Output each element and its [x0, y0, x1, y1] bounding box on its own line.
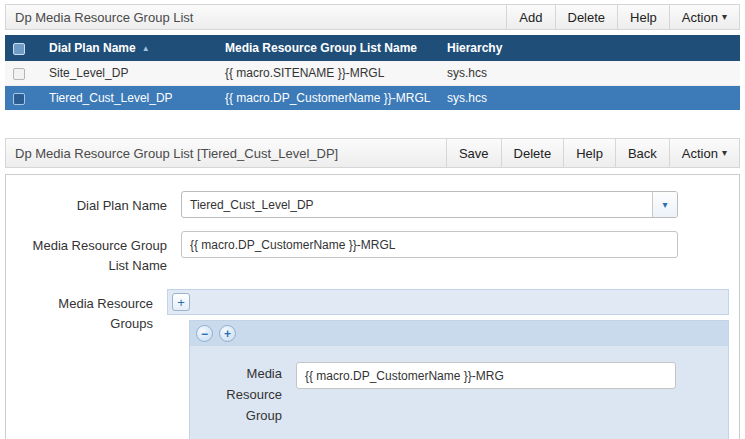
plus-icon: + — [224, 328, 231, 340]
cell-mrgl-name[interactable]: {{ macro.DP_CustomerName }}-MRGL — [217, 86, 439, 111]
dial-plan-table: Dial Plan Name ▲ Media Resource Group Li… — [5, 35, 740, 110]
mrg-groups-panel: + − + — [167, 289, 729, 439]
detail-form: Dial Plan Name Tiered_Cust_Level_DP ▾ Me… — [5, 174, 740, 439]
row-checkbox[interactable] — [13, 93, 25, 105]
plus-icon: + — [177, 296, 185, 309]
column-header-hierarchy[interactable]: Hierarchy — [439, 35, 740, 61]
column-header-dial-plan[interactable]: Dial Plan Name ▲ — [41, 35, 217, 61]
chevron-down-icon: ▾ — [662, 199, 667, 210]
cell-hierarchy[interactable]: sys.hcs — [439, 86, 740, 111]
detail-title: Dp Media Resource Group List [Tiered_Cus… — [6, 139, 446, 167]
remove-group-button[interactable]: − — [196, 325, 213, 342]
save-button[interactable]: Save — [446, 139, 501, 167]
chevron-down-icon: ▾ — [722, 148, 727, 158]
field-row-dial-plan: Dial Plan Name Tiered_Cust_Level_DP ▾ — [16, 191, 729, 218]
sort-ascending-icon: ▲ — [142, 44, 150, 53]
field-row-mrg-groups: Media Resource Groups + − — [16, 289, 729, 439]
mrg-item-header: − + — [190, 321, 728, 346]
list-toolbar: Dp Media Resource Group List Add Delete … — [5, 4, 740, 30]
mrgl-name-label: Media Resource Group List Name — [16, 231, 181, 276]
cell-hierarchy[interactable]: sys.hcs — [439, 61, 740, 86]
table-header-row: Dial Plan Name ▲ Media Resource Group Li… — [5, 35, 740, 61]
cell-dial-plan[interactable]: Tiered_Cust_Level_DP — [41, 86, 217, 111]
add-group-button[interactable]: + — [219, 325, 236, 342]
page: Dp Media Resource Group List Add Delete … — [0, 0, 745, 439]
dropdown-button[interactable]: ▾ — [652, 192, 677, 217]
mrg-label: Media Resource Group — [196, 362, 296, 426]
field-row-mrgl-name: Media Resource Group List Name — [16, 231, 729, 276]
delete-button[interactable]: Delete — [501, 139, 564, 167]
action-menu-button[interactable]: Action ▾ — [669, 139, 739, 167]
detail-toolbar-buttons: Save Delete Help Back Action ▾ — [446, 139, 739, 167]
row-checkbox[interactable] — [13, 68, 25, 80]
detail-toolbar: Dp Media Resource Group List [Tiered_Cus… — [5, 138, 740, 168]
detail-section: Dp Media Resource Group List [Tiered_Cus… — [5, 138, 740, 439]
section-gap — [5, 110, 740, 138]
dial-plan-select[interactable]: Tiered_Cust_Level_DP ▾ — [181, 191, 678, 218]
chevron-down-icon: ▾ — [722, 12, 727, 22]
list-title: Dp Media Resource Group List — [6, 5, 506, 29]
mrg-group-item: − + Media Resource Group — [189, 320, 729, 439]
list-toolbar-buttons: Add Delete Help Action ▾ — [506, 5, 739, 29]
mrg-groups-label: Media Resource Groups — [16, 289, 167, 439]
column-header-mrgl-name[interactable]: Media Resource Group List Name — [217, 35, 439, 61]
add-button[interactable]: Add — [506, 5, 554, 29]
table-row-selected[interactable]: Tiered_Cust_Level_DP {{ macro.DP_Custome… — [5, 86, 740, 111]
help-button[interactable]: Help — [563, 139, 615, 167]
mrg-add-bar: + — [167, 289, 729, 315]
delete-button[interactable]: Delete — [555, 5, 618, 29]
mrg-item-body: Media Resource Group — [190, 346, 728, 439]
table-row[interactable]: Site_Level_DP {{ macro.SITENAME }}-MRGL … — [5, 61, 740, 86]
select-all-cell — [5, 35, 41, 61]
dial-plan-selected-value: Tiered_Cust_Level_DP — [182, 192, 652, 217]
dial-plan-label: Dial Plan Name — [16, 191, 181, 218]
mrg-input[interactable] — [296, 362, 676, 389]
cell-dial-plan[interactable]: Site_Level_DP — [41, 61, 217, 86]
mrgl-name-input[interactable] — [181, 231, 678, 258]
list-section: Dp Media Resource Group List Add Delete … — [5, 4, 740, 110]
field-row-mrg: Media Resource Group — [196, 362, 716, 426]
select-all-checkbox[interactable] — [13, 43, 25, 55]
minus-icon: − — [201, 328, 208, 340]
cell-mrgl-name[interactable]: {{ macro.SITENAME }}-MRGL — [217, 61, 439, 86]
back-button[interactable]: Back — [615, 139, 669, 167]
add-group-button[interactable]: + — [172, 293, 190, 311]
help-button[interactable]: Help — [617, 5, 669, 29]
action-menu-button[interactable]: Action ▾ — [669, 5, 739, 29]
